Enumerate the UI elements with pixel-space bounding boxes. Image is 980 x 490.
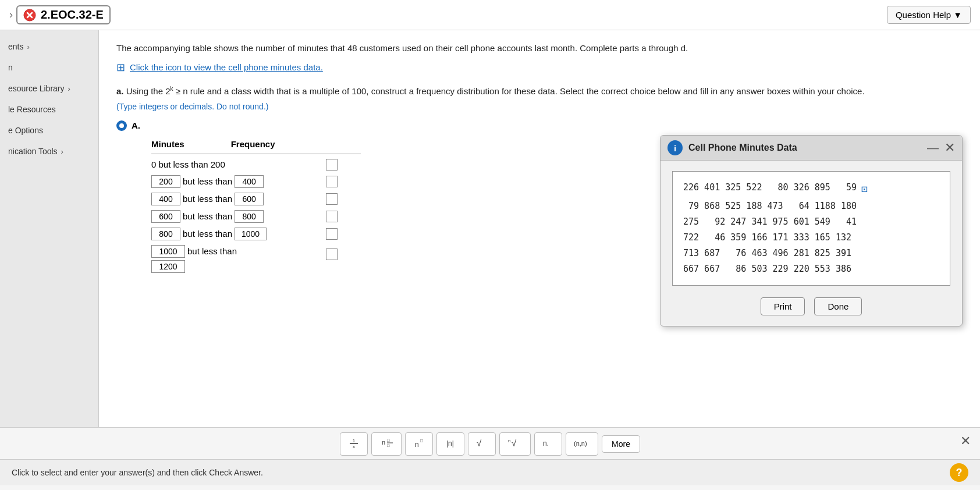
svg-text:1: 1	[353, 438, 356, 443]
freq-checkbox-0-200[interactable]	[326, 159, 338, 171]
radio-inner	[119, 123, 124, 128]
freq-checkbox-1000-1200[interactable]	[326, 248, 338, 260]
svg-text:x: x	[353, 444, 355, 449]
range-mid-800-1000: but less than	[183, 229, 232, 239]
type-note: (Type integers or decimals. Do not round…	[116, 102, 963, 111]
range-mid-600-800: but less than	[183, 211, 232, 221]
range-800-1000: but less than	[151, 228, 314, 240]
mixed-number-btn[interactable]: n □ □	[371, 432, 402, 456]
toolbar-buttons: 1 x n □ □ n □ |n| √	[340, 432, 640, 456]
help-circle-btn[interactable]: ?	[950, 463, 968, 482]
range-text-0-200: 0 but less than 200	[151, 159, 225, 169]
decimal-btn[interactable]: n.	[534, 432, 562, 456]
copy-icon[interactable]: ⊡	[861, 180, 868, 198]
range-600-800: but less than	[151, 210, 314, 223]
range-end-1200[interactable]	[151, 260, 185, 273]
svg-text:n.: n.	[543, 439, 549, 448]
absolute-value-btn[interactable]: |n|	[436, 432, 464, 456]
sidebar-item-e-options[interactable]: e Options	[0, 120, 98, 141]
svg-text:√: √	[512, 438, 517, 448]
range-0-200: 0 but less than 200	[151, 159, 314, 169]
sidebar-item-resource-library[interactable]: esource Library ›	[0, 78, 98, 99]
dialog-minimize-btn[interactable]: —	[927, 142, 939, 154]
fraction-btn[interactable]: 1 x	[340, 432, 368, 456]
data-row-4: 722 46 359 166 171 333 165 132	[683, 230, 939, 246]
main-layout: ents › n esource Library › le Resources …	[0, 30, 980, 427]
dialog-close-btn[interactable]: ✕	[945, 141, 955, 154]
dialog-footer: Print Done	[672, 297, 950, 315]
sidebar-label-e-options: e Options	[8, 126, 43, 135]
sidebar-arrow-nication-tools: ›	[61, 147, 63, 156]
svg-text:□: □	[420, 438, 423, 443]
question-intro: The accompanying table shows the number …	[116, 42, 963, 55]
absolute-value-icon: |n|	[444, 436, 457, 449]
breadcrumb-arrow: ›	[9, 9, 13, 21]
data-row-6: 667 667 86 503 229 220 553 386	[683, 261, 939, 277]
fraction-icon: 1 x	[347, 436, 360, 449]
print-button[interactable]: Print	[761, 297, 805, 315]
sidebar-label-nication-tools: nication Tools	[8, 147, 58, 156]
nth-root-icon: n √	[507, 436, 523, 449]
freq-checkbox-600-800[interactable]	[326, 211, 338, 222]
range-end-800[interactable]	[235, 210, 264, 223]
range-start-200[interactable]	[151, 175, 180, 188]
more-btn[interactable]: More	[602, 435, 640, 453]
data-row-1: 226 401 325 522 80 326 895 59 ⊡	[683, 180, 939, 198]
ordered-pair-btn[interactable]: (n,n)	[566, 432, 598, 456]
data-link-text[interactable]: Click the icon to view the cell phone mi…	[130, 62, 323, 72]
problem-id-text: 2.EOC.32-E	[41, 8, 104, 22]
sidebar-arrow-ents: ›	[27, 42, 29, 51]
svg-text:n: n	[382, 439, 385, 446]
range-end-600[interactable]	[235, 193, 264, 205]
sidebar-item-le-resources[interactable]: le Resources	[0, 99, 98, 120]
sqrt-btn[interactable]: √	[468, 432, 496, 456]
range-end-400[interactable]	[235, 175, 264, 188]
freq-checkbox-800-1000[interactable]	[326, 228, 338, 240]
range-1000-1200: but less than	[151, 245, 314, 273]
range-start-600[interactable]	[151, 210, 180, 223]
option-a-radio[interactable]	[116, 120, 127, 131]
freq-checkbox-400-600[interactable]	[326, 193, 338, 205]
sidebar-item-ents[interactable]: ents ›	[0, 36, 98, 57]
range-end-1000[interactable]	[235, 228, 267, 240]
sidebar: ents › n esource Library › le Resources …	[0, 30, 99, 427]
decimal-icon: n.	[542, 436, 555, 449]
bottom-status-bar: Click to select and enter your answer(s)…	[0, 459, 980, 485]
question-help-button[interactable]: Question Help ▼	[887, 6, 971, 24]
superscript-btn[interactable]: n □	[405, 432, 433, 456]
range-start-800[interactable]	[151, 228, 180, 240]
part-a-bold: a.	[116, 86, 124, 96]
done-button[interactable]: Done	[814, 297, 862, 315]
content-area: The accompanying table shows the number …	[99, 30, 980, 427]
option-a-label: A.	[132, 120, 140, 130]
problem-id-badge: 2.EOC.32-E	[16, 5, 111, 24]
col-frequency-header: Frequency	[231, 139, 275, 149]
sidebar-item-nication-tools[interactable]: nication Tools ›	[0, 141, 98, 162]
ordered-pair-icon: (n,n)	[573, 436, 591, 449]
svg-text:□: □	[387, 443, 390, 448]
range-mid-400-600: but less than	[183, 194, 232, 204]
data-link-row: ⊞ Click the icon to view the cell phone …	[116, 61, 963, 74]
data-row-5: 713 687 76 463 496 281 825 391	[683, 246, 939, 261]
superscript-icon: n □	[413, 436, 425, 449]
freq-checkbox-200-400[interactable]	[326, 176, 338, 187]
option-a-row: A.	[116, 120, 963, 131]
range-200-400: but less than	[151, 175, 314, 188]
sidebar-arrow-resource-library: ›	[68, 84, 70, 93]
sidebar-label-le-resources: le Resources	[8, 105, 56, 114]
range-start-400[interactable]	[151, 193, 180, 205]
cell-phone-data-dialog: i Cell Phone Minutes Data — ✕ 226 401 32…	[660, 135, 963, 326]
svg-text:|n|: |n|	[446, 439, 454, 448]
range-mid-200-400: but less than	[183, 176, 232, 186]
dialog-info-icon: i	[667, 140, 683, 155]
sidebar-label-n: n	[8, 63, 13, 72]
range-start-1000[interactable]	[151, 245, 185, 258]
svg-text:(n,n): (n,n)	[574, 440, 587, 447]
toolbar-close-btn[interactable]: ✕	[960, 434, 971, 449]
sidebar-item-n[interactable]: n	[0, 57, 98, 78]
nth-root-btn[interactable]: n √	[499, 432, 531, 456]
svg-text:√: √	[477, 438, 482, 448]
data-numbers: 226 401 325 522 80 326 895 59 ⊡ 79 868 5…	[683, 180, 939, 277]
part-a-sup: k	[171, 86, 173, 92]
dialog-body: 226 401 325 522 80 326 895 59 ⊡ 79 868 5…	[661, 161, 962, 326]
